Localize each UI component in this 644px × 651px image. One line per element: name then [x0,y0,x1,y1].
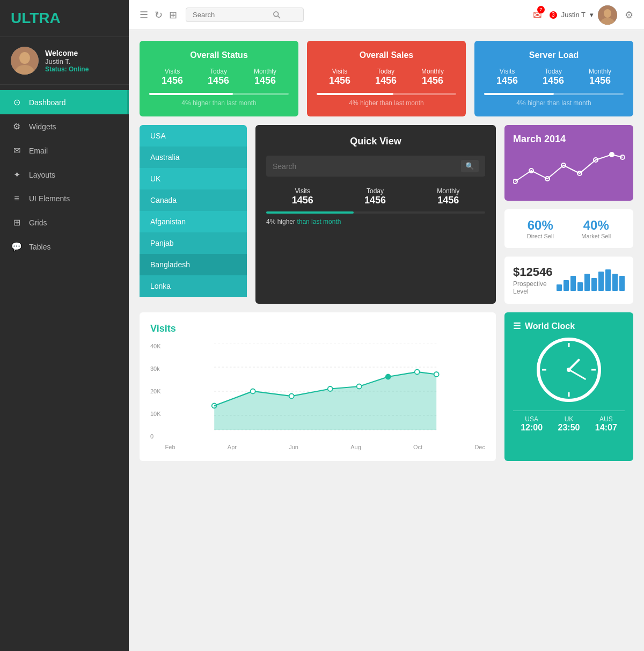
sidebar-item-dashboard[interactable]: ⊙ Dashboard [0,90,129,114]
world-clock-card: ☰ World Clock USA 12:00 [504,312,633,461]
svg-point-3 [274,11,279,16]
qv-today-col: Today 1456 [364,187,386,206]
hamburger-icon[interactable]: ☰ [140,9,148,21]
svg-point-6 [604,9,611,18]
user-dropdown[interactable]: 3 Justin T ▾ [550,5,617,25]
svg-point-1 [19,52,30,64]
overall-sales-title: Overall Sales [317,50,456,60]
svg-line-4 [278,16,280,18]
x-label: Apr [228,444,237,450]
quickview-search-input[interactable] [273,162,457,171]
quickview-search-button[interactable]: 🔍 [461,160,479,172]
user-name: Justin T [561,11,586,19]
y-label: 0 [150,433,161,440]
sidebar-item-label: Layouts [29,171,55,179]
svg-point-27 [385,375,390,379]
sidebar-item-label: Widgets [29,122,56,131]
overall-sales-cols: Visits 1456 Today 1456 Monthly 1456 [317,68,456,86]
sidebar-item-layouts[interactable]: ✦ Layouts [0,163,129,187]
sidebar-item-tables[interactable]: 💬 Tables [0,235,129,259]
sidebar-item-label: Email [29,147,48,155]
x-label: Jun [289,444,298,450]
mini-bar-chart [557,269,625,291]
sidebar-item-label: Grids [29,218,47,227]
profile-status: Status: Online [45,65,89,73]
overall-status-cols: Visits 1456 Today 1456 Monthly 1456 [149,68,289,86]
sidebar-item-grids[interactable]: ⊞ Grids [0,210,129,235]
avatar [11,47,39,75]
search-input[interactable] [193,11,273,19]
market-sell-pct: 40% [581,218,611,233]
sidebar-item-label: Dashboard [29,98,66,107]
bar [612,274,618,291]
tick-9 [542,369,546,371]
server-load-cols: Visits 1456 Today 1456 Monthly 1456 [484,68,624,86]
x-label: Aug [350,444,361,450]
mail-badge: 7 [537,6,545,13]
prospective-card: $12546 Prospective Level [504,257,633,304]
topbar: ☰ ↻ ⊞ ✉ 7 3 Justin T ▾ ⚙ [129,0,644,30]
status-label: Status: [45,65,67,73]
tick-12 [568,343,570,347]
country-usa[interactable]: USA [140,125,247,147]
overall-status-title: Overall Status [149,50,289,60]
overall-sales-card: Overall Sales Visits 1456 Today 1456 Mon… [307,41,466,116]
gear-icon[interactable]: ⚙ [625,9,633,21]
country-uk[interactable]: UK [140,168,247,189]
sell-info-card: 60% Direct Sell 40% Market Sell [504,209,633,248]
stat-footer: 4% higher than last month [484,99,624,107]
country-lonka[interactable]: Lonka [140,275,247,297]
sidebar-item-label: Tables [29,243,50,251]
country-bangladesh[interactable]: Bangladesh [140,254,247,275]
tick-6 [568,392,570,397]
country-panjab[interactable]: Panjab [140,232,247,254]
status-value: Online [69,65,89,73]
timezone-row: USA 12:00 UK 23:50 AUS 14:07 [513,415,625,433]
progress-bar [317,93,393,95]
country-australia[interactable]: Australia [140,147,247,168]
widgets-icon: ⚙ [11,121,23,131]
qv-progress-wrap [266,211,485,214]
clock-face [537,338,601,402]
layouts-icon: ✦ [11,170,23,180]
bar [605,269,611,291]
logo-accent: U [11,10,21,26]
march-graph [513,149,625,192]
prosp-left: $12546 Prospective Level [513,265,557,295]
bar [591,278,597,291]
refresh-icon[interactable]: ↻ [155,9,163,21]
dashboard-icon: ⊙ [11,97,23,107]
hamburger-small-icon: ☰ [513,321,521,331]
user-badge: 3 [550,11,557,19]
sidebar-item-label: UI Elements [29,194,70,203]
grid-icon[interactable]: ⊞ [169,9,177,21]
sidebar-item-widgets[interactable]: ⚙ Widgets [0,114,129,138]
world-clock-title: World Clock [525,321,575,331]
visits-col: Visits 1456 [496,68,518,86]
today-col: Today 1456 [208,68,229,86]
x-label: Oct [413,444,422,450]
main-area: ☰ ↻ ⊞ ✉ 7 3 Justin T ▾ ⚙ [129,0,644,651]
sidebar-item-ui-elements[interactable]: ≡ UI Elements [0,187,129,210]
search-icon [273,11,281,19]
minute-hand [568,369,586,381]
x-label: Feb [165,444,175,450]
country-canada[interactable]: Canada [140,189,247,211]
monthly-col: Monthly 1456 [421,68,444,86]
visits-chart-card: Visits 40K 30k 20K 10K 0 [140,312,496,461]
today-col: Today 1456 [375,68,397,86]
country-list-card: USA Australia UK Canada Afganistan Panja… [140,125,247,304]
overall-status-card: Overall Status Visits 1456 Today 1456 Mo… [140,41,298,116]
y-axis: 40K 30k 20K 10K 0 [150,343,161,450]
progress-wrap [149,93,289,95]
qv-progress-bar [266,211,354,214]
quickview-stats: Visits 1456 Today 1456 Monthly 1456 [266,187,485,206]
progress-bar [149,93,233,95]
sidebar-item-email[interactable]: ✉ Email [0,138,129,163]
svg-point-25 [327,386,332,391]
y-label: 40K [150,343,161,349]
world-clock-header: ☰ World Clock [513,321,625,331]
divider [513,411,625,411]
mail-notification[interactable]: ✉ 7 [533,9,542,21]
country-afganistan[interactable]: Afganistan [140,211,247,232]
